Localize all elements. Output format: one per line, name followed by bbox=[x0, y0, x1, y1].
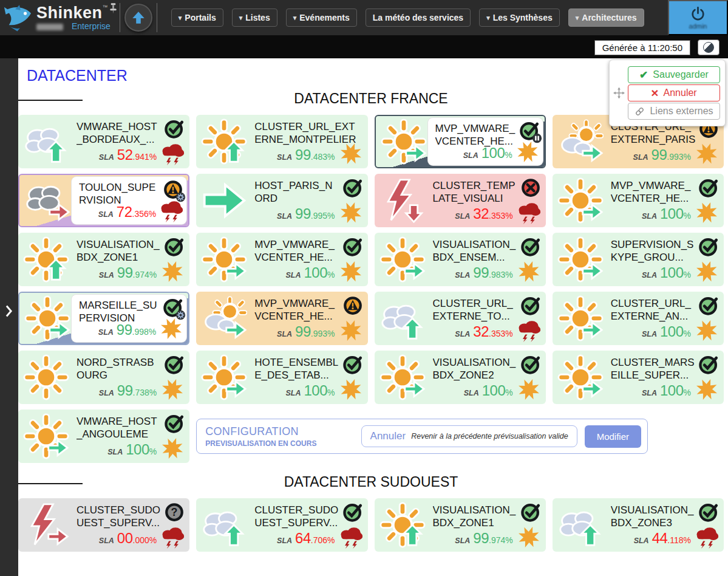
sla-frac: .941% bbox=[133, 152, 157, 162]
status-badge-icon bbox=[519, 120, 540, 141]
username-label: admin bbox=[689, 22, 707, 30]
sla-value: SLA99.993% bbox=[633, 146, 691, 163]
service-tile[interactable]: CLUSTER_URL_EXTERNE_MONTPELIER SLA99.483… bbox=[196, 115, 367, 168]
weather-icon bbox=[379, 295, 426, 341]
service-tile[interactable]: VISUALISATION_BDX_ZONE1 SLA99.974% bbox=[375, 498, 546, 552]
service-tile[interactable]: CLUSTER_TEMPLATE_VISUALIS... SLA32.353% bbox=[375, 174, 546, 227]
trend-icon bbox=[694, 260, 719, 283]
nav-item-ev-nements[interactable]: ▾Evénements bbox=[286, 9, 357, 27]
config-bar: CONFIGURATION PREVISUALISATION EN COURS … bbox=[196, 419, 648, 454]
sla-int: 100 bbox=[482, 382, 506, 399]
external-links-button[interactable]: Liens externes bbox=[628, 103, 720, 120]
sla-label: SLA bbox=[99, 153, 114, 162]
divider bbox=[157, 3, 157, 32]
service-tile[interactable]: CLUSTER_MARSEILLE_SUPER... SLA100% bbox=[553, 351, 724, 404]
main-content: DATACENTER DATACENTER FRANCE VMWARE_HOST… bbox=[18, 58, 728, 576]
service-tile[interactable]: VISUALISATION_BDX_ENSEM... SLA99.983% bbox=[375, 233, 546, 286]
sla-frac: .000% bbox=[133, 535, 157, 545]
nav-item-portails[interactable]: ▾Portails bbox=[171, 9, 223, 27]
sla-frac: % bbox=[327, 388, 335, 397]
service-name: VMWARE_HOST_ANGOULEME bbox=[77, 415, 162, 441]
weather-icon bbox=[201, 354, 247, 400]
service-name: VISUALISATION_BDX_ZONE2 bbox=[433, 356, 518, 382]
service-tile[interactable]: MVP_VMWARE_VCENTER_HE... SLA100% bbox=[196, 233, 367, 286]
weather-icon bbox=[379, 177, 426, 224]
status-badge-icon bbox=[342, 354, 363, 375]
sla-int: 99 bbox=[473, 264, 489, 281]
status-badge-icon bbox=[520, 295, 541, 316]
config-cancel-note: Revenir à la précédente prévisualisation… bbox=[411, 432, 568, 441]
save-button[interactable]: ✔Sauvegarder bbox=[628, 66, 720, 83]
service-tile[interactable]: CLUSTER_SUDOUEST_SUPERV... ? SLA00.000% bbox=[18, 498, 189, 552]
service-name: HOTE_ENSEMBLE_DES_ETAB... bbox=[254, 356, 339, 382]
user-menu-button[interactable]: admin bbox=[668, 0, 728, 35]
service-tile[interactable]: CLUSTER_URL_EXTERNE_TO... SLA32.353% bbox=[375, 292, 546, 345]
status-badge-icon bbox=[164, 413, 185, 434]
sla-value: SLA99.483% bbox=[277, 146, 335, 163]
sla-label: SLA bbox=[98, 210, 114, 219]
nav-item-les-synth-ses[interactable]: ▾Les Synthèses bbox=[479, 9, 560, 27]
sla-value: SLA100% bbox=[642, 264, 691, 281]
app-title: Shinken bbox=[36, 4, 103, 22]
scroll-top-button[interactable] bbox=[124, 4, 152, 32]
sla-int: 32 bbox=[473, 323, 489, 340]
service-tile[interactable]: HOTE_ENSEMBLE_DES_ETAB... SLA100% bbox=[196, 351, 367, 404]
service-tile[interactable]: MARSEILLE_SUPERVISION SLA99.998% bbox=[18, 292, 189, 345]
nav-item-listes[interactable]: ▾Listes bbox=[232, 9, 277, 27]
config-cancel-button[interactable]: Annuler Revenir à la précédente prévisua… bbox=[361, 425, 577, 447]
weather-icon bbox=[557, 236, 604, 283]
service-tile[interactable]: VMWARE_HOST_ANGOULEME SLA100% bbox=[18, 410, 189, 463]
service-tile[interactable]: NORD_STRASBOURG SLA99.738% bbox=[18, 351, 189, 404]
sla-frac: .993% bbox=[667, 152, 691, 162]
power-icon bbox=[690, 5, 706, 22]
pin-icon[interactable] bbox=[109, 2, 118, 14]
service-tile[interactable]: MVP_VMWARE_VCENTER_HE... SLA100% bbox=[553, 174, 724, 227]
sla-frac: .353% bbox=[489, 211, 513, 221]
sla-frac: .706% bbox=[311, 535, 335, 545]
check-icon: ✔ bbox=[639, 69, 648, 81]
sla-frac: % bbox=[684, 211, 691, 221]
sla-int: 99 bbox=[117, 321, 132, 338]
trend-icon bbox=[338, 142, 364, 165]
sla-int: 32 bbox=[473, 205, 489, 222]
config-modify-button[interactable]: Modifier bbox=[585, 425, 641, 448]
sla-value: SLA100% bbox=[286, 382, 335, 399]
sidebar-expand-toggle[interactable] bbox=[4, 304, 13, 318]
trend-icon bbox=[338, 201, 364, 224]
sla-int: 72 bbox=[117, 204, 132, 221]
weather-icon bbox=[379, 236, 426, 283]
edit-action-panel: ✔Sauvegarder ×Annuler Liens externes bbox=[609, 60, 726, 126]
sla-int: 99 bbox=[473, 530, 489, 547]
nav-item-architectures[interactable]: ▾Architectures bbox=[568, 9, 644, 27]
service-name: VISUALISATION_BDX_ZONE1 bbox=[77, 238, 162, 264]
service-tile[interactable]: TOULON_SUPERVISION SLA72.356% bbox=[18, 174, 189, 227]
service-tile[interactable]: HOST_PARIS_NORD SLA99.995% bbox=[196, 174, 367, 227]
service-tile[interactable]: VISUALISATION_BDX_ZONE2 SLA100% bbox=[375, 351, 546, 404]
weather-icon bbox=[381, 118, 427, 165]
service-tile[interactable]: MVP_VMWARE_VCENTER_HE... SLA100% bbox=[375, 115, 546, 168]
svg-text:?: ? bbox=[171, 506, 178, 518]
nav-item-la-m-t-o-des-services[interactable]: La météo des services bbox=[366, 9, 471, 27]
service-tile[interactable]: VISUALISATION_BDX_ZONE1 SLA99.974% bbox=[18, 233, 189, 286]
sla-label: SLA bbox=[455, 537, 470, 545]
service-tile[interactable]: MVP_VMWARE_VCENTER_HE... SLA99.993% bbox=[196, 292, 367, 345]
sla-frac: % bbox=[327, 270, 335, 279]
sla-frac: .995% bbox=[311, 211, 335, 221]
service-tile[interactable]: VISUALISATION_BDX_ZONE3 SLA44.118% bbox=[553, 498, 724, 552]
move-handle-icon[interactable] bbox=[613, 87, 625, 99]
theme-toggle-button[interactable] bbox=[698, 39, 719, 55]
trend-icon bbox=[338, 526, 364, 549]
service-name: VISUALISATION_BDX_ENSEM... bbox=[433, 238, 518, 264]
service-tile[interactable]: CLUSTER_SUDOUEST_SUPERV... SLA64.706% bbox=[196, 498, 367, 552]
chevron-down-icon: ▾ bbox=[486, 14, 490, 22]
sla-label: SLA bbox=[642, 212, 657, 221]
sla-int: 100 bbox=[660, 323, 684, 340]
service-tile[interactable]: CLUSTER_URL_EXTERNE_AN... SLA100% bbox=[553, 292, 724, 345]
weather-icon bbox=[23, 502, 69, 548]
sla-int: 99 bbox=[117, 264, 133, 281]
app-logo[interactable]: Shinken™ Enterprise bbox=[0, 0, 115, 35]
service-tile[interactable]: VMWARE_HOST_BORDEAUX_... SLA52.941% bbox=[18, 115, 189, 168]
sla-int: 99 bbox=[295, 146, 311, 163]
cancel-button[interactable]: ×Annuler bbox=[628, 84, 720, 101]
service-tile[interactable]: SUPERVISION_SKYPE_GROU... SLA100% bbox=[553, 233, 724, 286]
